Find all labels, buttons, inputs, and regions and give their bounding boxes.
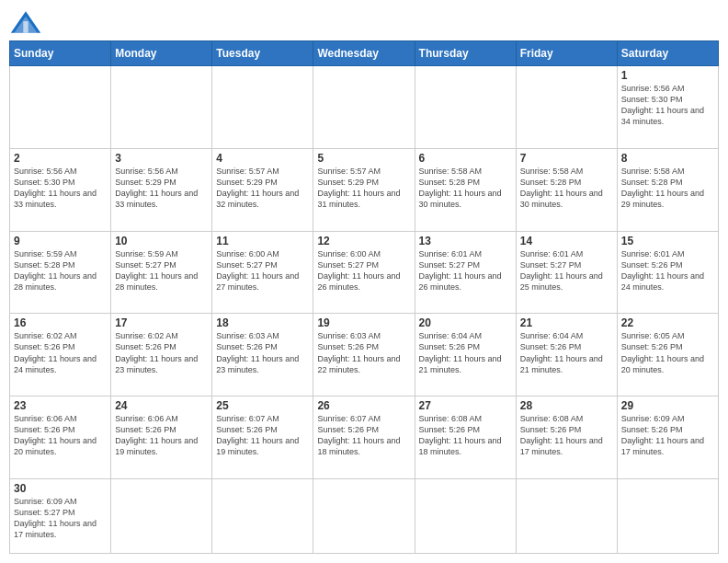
day-info: Sunrise: 6:04 AM Sunset: 5:26 PM Dayligh… [419, 330, 512, 375]
weekday-header-saturday: Saturday [617, 41, 718, 66]
calendar-cell: 30Sunrise: 6:09 AM Sunset: 5:27 PM Dayli… [10, 478, 111, 553]
calendar-cell [617, 478, 718, 553]
day-info: Sunrise: 6:06 AM Sunset: 5:26 PM Dayligh… [14, 413, 107, 458]
day-number: 29 [621, 399, 714, 412]
calendar-cell: 24Sunrise: 6:06 AM Sunset: 5:26 PM Dayli… [111, 396, 212, 479]
calendar-cell [10, 66, 111, 149]
day-number: 3 [115, 152, 208, 165]
day-number: 28 [520, 399, 613, 412]
page: SundayMondayTuesdayWednesdayThursdayFrid… [0, 0, 728, 563]
day-info: Sunrise: 6:00 AM Sunset: 5:27 PM Dayligh… [317, 248, 410, 293]
calendar-cell [111, 66, 212, 149]
day-info: Sunrise: 6:05 AM Sunset: 5:26 PM Dayligh… [621, 330, 714, 375]
weekday-header-tuesday: Tuesday [212, 41, 313, 66]
calendar-cell [212, 66, 313, 149]
day-number: 21 [520, 316, 613, 329]
calendar-cell [111, 478, 212, 553]
calendar-cell: 17Sunrise: 6:02 AM Sunset: 5:26 PM Dayli… [111, 314, 212, 396]
calendar-cell: 9Sunrise: 5:59 AM Sunset: 5:28 PM Daylig… [10, 231, 111, 314]
day-info: Sunrise: 6:03 AM Sunset: 5:26 PM Dayligh… [317, 330, 410, 375]
day-number: 17 [115, 316, 208, 329]
day-info: Sunrise: 6:00 AM Sunset: 5:27 PM Dayligh… [216, 248, 309, 293]
day-info: Sunrise: 5:56 AM Sunset: 5:30 PM Dayligh… [14, 166, 107, 211]
day-info: Sunrise: 6:08 AM Sunset: 5:26 PM Dayligh… [419, 413, 512, 458]
day-info: Sunrise: 6:02 AM Sunset: 5:26 PM Dayligh… [115, 330, 208, 375]
calendar-cell: 8Sunrise: 5:58 AM Sunset: 5:28 PM Daylig… [617, 148, 718, 231]
calendar-cell: 27Sunrise: 6:08 AM Sunset: 5:26 PM Dayli… [415, 396, 516, 479]
calendar-cell: 28Sunrise: 6:08 AM Sunset: 5:26 PM Dayli… [516, 396, 617, 479]
day-info: Sunrise: 6:07 AM Sunset: 5:26 PM Dayligh… [317, 413, 410, 458]
weekday-header-friday: Friday [516, 41, 617, 66]
day-number: 6 [419, 152, 512, 165]
day-number: 9 [14, 235, 107, 247]
day-number: 18 [216, 316, 309, 329]
day-number: 10 [115, 235, 208, 247]
weekday-header-row: SundayMondayTuesdayWednesdayThursdayFrid… [10, 41, 719, 66]
day-number: 24 [115, 399, 208, 412]
calendar-cell: 19Sunrise: 6:03 AM Sunset: 5:26 PM Dayli… [313, 314, 415, 396]
calendar-cell: 5Sunrise: 5:57 AM Sunset: 5:29 PM Daylig… [313, 148, 415, 231]
calendar-cell [313, 478, 415, 553]
calendar-cell [516, 478, 617, 553]
day-number: 22 [621, 316, 714, 329]
calendar-cell [516, 66, 617, 149]
calendar-cell: 13Sunrise: 6:01 AM Sunset: 5:27 PM Dayli… [415, 231, 516, 314]
calendar-cell: 4Sunrise: 5:57 AM Sunset: 5:29 PM Daylig… [212, 148, 313, 231]
day-info: Sunrise: 6:09 AM Sunset: 5:26 PM Dayligh… [621, 413, 714, 458]
header [9, 9, 719, 35]
calendar-week-1: 2Sunrise: 5:56 AM Sunset: 5:30 PM Daylig… [10, 148, 719, 231]
calendar-week-5: 30Sunrise: 6:09 AM Sunset: 5:27 PM Dayli… [10, 478, 719, 553]
day-number: 23 [14, 399, 107, 412]
calendar-week-3: 16Sunrise: 6:02 AM Sunset: 5:26 PM Dayli… [10, 314, 719, 396]
calendar-cell: 15Sunrise: 6:01 AM Sunset: 5:26 PM Dayli… [617, 231, 718, 314]
day-info: Sunrise: 6:09 AM Sunset: 5:27 PM Dayligh… [14, 496, 107, 541]
weekday-header-monday: Monday [111, 41, 212, 66]
day-info: Sunrise: 5:57 AM Sunset: 5:29 PM Dayligh… [216, 166, 309, 211]
logo-icon [9, 9, 42, 35]
calendar-cell: 11Sunrise: 6:00 AM Sunset: 5:27 PM Dayli… [212, 231, 313, 314]
calendar-cell: 10Sunrise: 5:59 AM Sunset: 5:27 PM Dayli… [111, 231, 212, 314]
day-number: 26 [317, 399, 410, 412]
day-info: Sunrise: 6:01 AM Sunset: 5:27 PM Dayligh… [419, 248, 512, 293]
day-number: 13 [419, 235, 512, 247]
day-info: Sunrise: 6:08 AM Sunset: 5:26 PM Dayligh… [520, 413, 613, 458]
day-number: 11 [216, 235, 309, 247]
day-info: Sunrise: 6:03 AM Sunset: 5:26 PM Dayligh… [216, 330, 309, 375]
calendar-cell [212, 478, 313, 553]
day-number: 27 [419, 399, 512, 412]
day-info: Sunrise: 5:58 AM Sunset: 5:28 PM Dayligh… [621, 166, 714, 211]
day-info: Sunrise: 5:59 AM Sunset: 5:27 PM Dayligh… [115, 248, 208, 293]
day-number: 1 [621, 69, 714, 82]
calendar-table: SundayMondayTuesdayWednesdayThursdayFrid… [9, 40, 719, 554]
calendar-cell: 26Sunrise: 6:07 AM Sunset: 5:26 PM Dayli… [313, 396, 415, 479]
svg-rect-2 [23, 21, 28, 33]
calendar-cell: 21Sunrise: 6:04 AM Sunset: 5:26 PM Dayli… [516, 314, 617, 396]
calendar-cell: 18Sunrise: 6:03 AM Sunset: 5:26 PM Dayli… [212, 314, 313, 396]
day-info: Sunrise: 6:07 AM Sunset: 5:26 PM Dayligh… [216, 413, 309, 458]
day-number: 25 [216, 399, 309, 412]
calendar-cell: 3Sunrise: 5:56 AM Sunset: 5:29 PM Daylig… [111, 148, 212, 231]
calendar-cell [415, 66, 516, 149]
calendar-cell: 20Sunrise: 6:04 AM Sunset: 5:26 PM Dayli… [415, 314, 516, 396]
calendar-cell: 2Sunrise: 5:56 AM Sunset: 5:30 PM Daylig… [10, 148, 111, 231]
calendar-week-2: 9Sunrise: 5:59 AM Sunset: 5:28 PM Daylig… [10, 231, 719, 314]
logo [9, 9, 46, 35]
day-info: Sunrise: 5:57 AM Sunset: 5:29 PM Dayligh… [317, 166, 410, 211]
calendar-cell: 14Sunrise: 6:01 AM Sunset: 5:27 PM Dayli… [516, 231, 617, 314]
day-number: 20 [419, 316, 512, 329]
calendar-cell [415, 478, 516, 553]
calendar-cell: 25Sunrise: 6:07 AM Sunset: 5:26 PM Dayli… [212, 396, 313, 479]
day-info: Sunrise: 6:02 AM Sunset: 5:26 PM Dayligh… [14, 330, 107, 375]
calendar-cell: 7Sunrise: 5:58 AM Sunset: 5:28 PM Daylig… [516, 148, 617, 231]
calendar-cell: 12Sunrise: 6:00 AM Sunset: 5:27 PM Dayli… [313, 231, 415, 314]
day-number: 19 [317, 316, 410, 329]
day-info: Sunrise: 5:59 AM Sunset: 5:28 PM Dayligh… [14, 248, 107, 293]
day-number: 16 [14, 316, 107, 329]
day-number: 4 [216, 152, 309, 165]
day-info: Sunrise: 5:58 AM Sunset: 5:28 PM Dayligh… [419, 166, 512, 211]
calendar-cell: 29Sunrise: 6:09 AM Sunset: 5:26 PM Dayli… [617, 396, 718, 479]
day-number: 12 [317, 235, 410, 247]
calendar-cell: 22Sunrise: 6:05 AM Sunset: 5:26 PM Dayli… [617, 314, 718, 396]
weekday-header-thursday: Thursday [415, 41, 516, 66]
day-info: Sunrise: 6:01 AM Sunset: 5:26 PM Dayligh… [621, 248, 714, 293]
